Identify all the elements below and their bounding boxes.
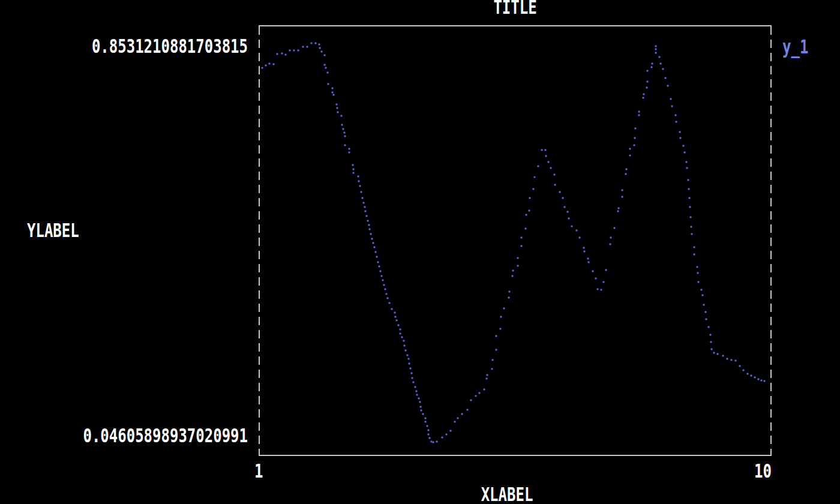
y-min-tick-label: 0.04605898937020991 bbox=[0, 427, 248, 445]
series-dots bbox=[261, 42, 765, 443]
terminal-plot: TITLE 0.8531210881703815 0.0460589893702… bbox=[0, 0, 840, 504]
legend-label: y_1 bbox=[782, 38, 808, 56]
plot-border bbox=[259, 26, 772, 455]
page-title: TITLE bbox=[259, 0, 772, 17]
x-axis-label: XLABEL bbox=[259, 485, 755, 504]
x-tick-10: 10 bbox=[748, 462, 772, 481]
y-axis-label: YLABEL bbox=[27, 221, 79, 240]
y-max-tick-label: 0.8531210881703815 bbox=[0, 37, 248, 56]
x-tick-1: 1 bbox=[254, 462, 269, 481]
